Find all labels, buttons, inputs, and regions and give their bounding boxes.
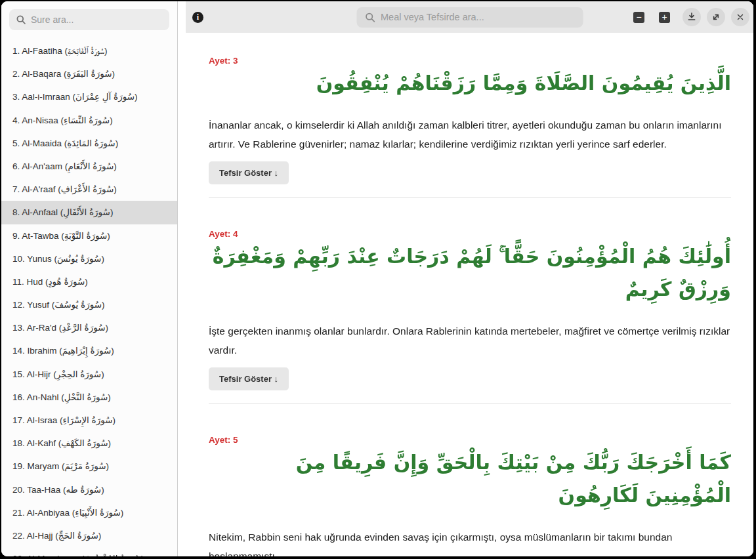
download-icon [686, 12, 697, 22]
search-icon [16, 14, 26, 25]
sidebar-item-maryam[interactable]: 19. Maryam (سُورَةُ مَرْيَمَ) [1, 455, 177, 478]
sidebar-item-al-anbiyaa[interactable]: 21. Al-Anbiyaa (سُورَةُ الأَنْبِيَاءِ) [1, 501, 177, 524]
surah-search-box[interactable] [9, 9, 169, 30]
sidebar-item-al-hajj[interactable]: 22. Al-Hajj (سُورَةُ الحَجِّ) [1, 524, 177, 547]
sidebar-item-al-faatiha[interactable]: 1. Al-Faatiha (سُورَةُ ٱلْفَاتِحَةِ) [1, 39, 177, 62]
sidebar-item-al-israa[interactable]: 17. Al-Israa (سُورَةُ الإِسْرَاءِ) [1, 409, 177, 432]
sidebar-item-aal-i-imraan[interactable]: 3. Aal-i-Imraan (سُورَةُ آلِ عِمْرَانَ) [1, 85, 177, 108]
verse-label: Ayet: 4 [209, 229, 731, 239]
app-window: 1. Al-Faatiha (سُورَةُ ٱلْفَاتِحَةِ) 2. … [1, 1, 753, 556]
sidebar-item-al-muminoon[interactable]: 23. Al-Muminoon (سُورَةُ المُؤْمِنُونَ) [1, 547, 177, 556]
expand-icon [711, 12, 721, 22]
content-search-box[interactable] [356, 7, 583, 28]
sidebar-item-al-maaida[interactable]: 5. Al-Maaida (سُورَةُ المَائِدَةِ) [1, 132, 177, 155]
verse-4: Ayet: 4 أُولَٰئِكَ هُمُ الْمُؤْمِنُونَ ح… [209, 229, 731, 404]
verse-arabic-text: أُولَٰئِكَ هُمُ الْمُؤْمِنُونَ حَقًّا ۚ … [209, 240, 731, 306]
info-icon[interactable]: i [192, 12, 203, 23]
sidebar-item-taa-haa[interactable]: 20. Taa-Haa (سُورَةُ طه) [1, 478, 177, 501]
sidebar-item-al-araaf[interactable]: 7. Al-A'raaf (سُورَةُ الأَعْرَافِ) [1, 178, 177, 201]
sidebar-item-al-hijr[interactable]: 15. Al-Hijr (سُورَةُ الحِجْرِ) [1, 363, 177, 386]
content-search-input[interactable] [381, 12, 575, 22]
verses-panel[interactable]: Ayet: 3 الَّذِينَ يُقِيمُونَ الصَّلَاةَ … [178, 33, 753, 556]
close-icon [736, 12, 745, 22]
sidebar-item-al-kahf[interactable]: 18. Al-Kahf (سُورَةُ الكَهْفِ) [1, 432, 177, 455]
topbar: i − + [186, 1, 753, 33]
surah-search-input[interactable] [31, 14, 163, 25]
verse-translation: İnananlar ancak, o kimselerdir ki Allah … [209, 115, 731, 154]
sidebar-item-yunus[interactable]: 10. Yunus (سُورَةُ يُونُسَ) [1, 247, 177, 270]
fullscreen-button[interactable] [707, 8, 725, 26]
font-increase-button[interactable]: + [659, 12, 670, 23]
verse-translation: İşte gerçekten inanmış olanlar bunlardır… [209, 321, 731, 360]
sidebar-item-an-nahl[interactable]: 16. An-Nahl (سُورَةُ النَّحْلِ) [1, 386, 177, 409]
tefsir-goster-button[interactable]: Tefsir Göster ↓ [209, 367, 289, 390]
verse-3: Ayet: 3 الَّذِينَ يُقِيمُونَ الصَّلَاةَ … [209, 56, 731, 198]
topbar-buttons: − + [633, 8, 749, 26]
sidebar-item-al-anfaal[interactable]: 8. Al-Anfaal (سُورَةُ الأَنْفَالِ) [1, 201, 177, 224]
verse-5: Ayet: 5 كَمَا أَخْرَجَكَ رَبُّكَ مِنْ بَ… [209, 435, 731, 556]
sidebar-item-at-tawba[interactable]: 9. At-Tawba (سُورَةُ التَّوْبَةِ) [1, 224, 177, 247]
tefsir-goster-button[interactable]: Tefsir Göster ↓ [209, 161, 289, 184]
verse-arabic-text: الَّذِينَ يُقِيمُونَ الصَّلَاةَ وَمِمَّا… [209, 67, 731, 100]
download-button[interactable] [682, 8, 701, 26]
verse-arabic-text: كَمَا أَخْرَجَكَ رَبُّكَ مِنْ بَيْتِكَ ب… [209, 446, 731, 512]
sidebar-item-an-nisaa[interactable]: 4. An-Nisaa (سُورَةُ النِّسَاءِ) [1, 109, 177, 132]
sidebar-item-hud[interactable]: 11. Hud (سُورَةُ هُودٍ) [1, 270, 177, 293]
sidebar-item-al-baqara[interactable]: 2. Al-Baqara (سُورَةُ البَقَرَةِ) [1, 62, 177, 85]
verse-label: Ayet: 5 [209, 435, 731, 445]
sidebar-item-ar-rad[interactable]: 13. Ar-Ra'd (سُورَةُ الرَّعْدِ) [1, 316, 177, 339]
verse-label: Ayet: 3 [209, 56, 731, 66]
close-button[interactable] [731, 8, 749, 26]
section-divider [209, 404, 731, 404]
section-divider [209, 197, 731, 198]
search-icon [364, 12, 375, 23]
font-decrease-button[interactable]: − [633, 12, 644, 23]
sidebar-item-al-anaam[interactable]: 6. Al-An'aam (سُورَةُ الأَنْعَامِ) [1, 155, 177, 178]
sidebar-item-ibrahim[interactable]: 14. Ibrahim (سُورَةُ إِبْرَاهِيمَ) [1, 339, 177, 362]
main-area: i − + [178, 1, 753, 556]
surah-sidebar: 1. Al-Faatiha (سُورَةُ ٱلْفَاتِحَةِ) 2. … [1, 1, 178, 556]
verse-translation: Nitekim, Rabbin seni hak uğrunda evinden… [209, 528, 731, 556]
sidebar-item-yusuf[interactable]: 12. Yusuf (سُورَةُ يُوسُفَ) [1, 293, 177, 316]
surah-list[interactable]: 1. Al-Faatiha (سُورَةُ ٱلْفَاتِحَةِ) 2. … [1, 38, 177, 556]
